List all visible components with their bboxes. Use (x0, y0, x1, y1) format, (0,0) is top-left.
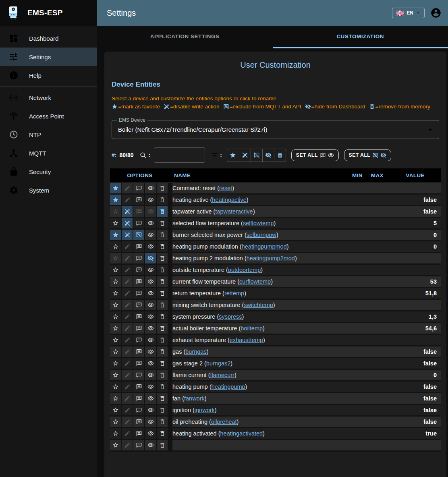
write-toggle[interactable] (122, 440, 133, 450)
entity-code-link[interactable]: heatingpump (212, 384, 245, 390)
favorite-toggle[interactable] (110, 230, 121, 240)
sidebar-item-ntp[interactable]: NTP (0, 125, 97, 144)
mqtt-toggle[interactable] (133, 335, 144, 345)
visibility-toggle[interactable] (145, 417, 156, 427)
delete-toggle[interactable] (157, 358, 168, 369)
delete-toggle[interactable] (157, 335, 168, 345)
delete-toggle[interactable] (157, 218, 168, 228)
search-input[interactable] (154, 147, 205, 163)
visibility-toggle[interactable] (145, 393, 156, 404)
favorite-toggle[interactable] (110, 288, 121, 299)
mqtt-toggle[interactable] (133, 405, 144, 415)
write-toggle[interactable] (122, 265, 133, 275)
write-toggle[interactable] (122, 405, 133, 415)
entity-name[interactable]: ignition (ignwork) (172, 405, 344, 415)
filter-mqtt-off-button[interactable] (251, 149, 262, 162)
account-icon[interactable] (430, 7, 442, 19)
entity-code-link[interactable]: syspress (219, 313, 242, 320)
visibility-toggle[interactable] (145, 253, 156, 263)
sidebar-item-help[interactable]: Help (0, 66, 97, 85)
entity-name[interactable]: mixing switch temperature (switchtemp) (172, 300, 344, 310)
write-toggle[interactable] (122, 241, 133, 252)
filter-favorite-button[interactable] (227, 149, 239, 162)
visibility-toggle[interactable] (145, 241, 156, 252)
favorite-toggle[interactable] (110, 323, 121, 334)
visibility-toggle[interactable] (145, 346, 156, 357)
visibility-toggle[interactable] (145, 276, 156, 287)
mqtt-toggle[interactable] (133, 195, 144, 205)
filter-write-off-button[interactable] (239, 149, 251, 162)
mqtt-toggle[interactable] (133, 253, 144, 263)
favorite-toggle[interactable] (110, 206, 121, 217)
entity-name[interactable]: system pressure (syspress) (172, 311, 344, 322)
write-toggle[interactable] (122, 311, 133, 322)
delete-toggle[interactable] (157, 206, 168, 217)
delete-toggle[interactable] (157, 428, 168, 439)
mqtt-toggle[interactable] (133, 288, 144, 299)
visibility-toggle[interactable] (145, 440, 156, 450)
visibility-toggle[interactable] (145, 265, 156, 275)
entity-code-link[interactable]: heatingactivated (220, 430, 263, 437)
mqtt-toggle[interactable] (133, 276, 144, 287)
mqtt-toggle[interactable] (133, 218, 144, 228)
delete-toggle[interactable] (157, 230, 168, 240)
filter-remove-button[interactable] (274, 149, 286, 162)
entity-code-link[interactable]: fanwork (184, 395, 205, 402)
entity-name[interactable]: heating pump (heatingpump) (172, 382, 344, 392)
favorite-toggle[interactable] (110, 276, 121, 287)
sidebar-item-security[interactable]: Security (0, 162, 97, 181)
visibility-toggle[interactable] (145, 288, 156, 299)
entity-name[interactable]: gas stage 2 (burngas2) (172, 358, 344, 369)
mqtt-toggle[interactable] (133, 440, 144, 450)
write-toggle[interactable] (122, 323, 133, 334)
mqtt-toggle[interactable] (133, 428, 144, 439)
write-toggle[interactable] (122, 382, 133, 392)
sidebar-item-system[interactable]: System (0, 181, 97, 199)
write-toggle[interactable] (122, 417, 133, 427)
write-toggle[interactable] (122, 346, 133, 357)
favorite-toggle[interactable] (110, 335, 121, 345)
entity-name[interactable]: current flow temperature (curflowtemp) (172, 276, 344, 287)
entity-name[interactable]: tapwater active (tapwateractive) (172, 206, 344, 217)
favorite-toggle[interactable] (110, 183, 121, 193)
write-toggle[interactable] (122, 393, 133, 404)
write-toggle[interactable] (122, 195, 133, 205)
write-toggle[interactable] (122, 253, 133, 263)
favorite-toggle[interactable] (110, 300, 121, 310)
delete-toggle[interactable] (157, 405, 168, 415)
entity-code-link[interactable]: selburnpow (247, 232, 276, 238)
entity-name[interactable]: heating pump 2 modulation (heatingpump2m… (172, 253, 344, 263)
delete-toggle[interactable] (157, 241, 168, 252)
favorite-toggle[interactable] (110, 428, 121, 439)
mqtt-toggle[interactable] (133, 311, 144, 322)
mqtt-toggle[interactable] (133, 230, 144, 240)
visibility-toggle[interactable] (145, 311, 156, 322)
entity-name[interactable]: Command: reset (reset) (172, 183, 344, 193)
set-all-show-button[interactable]: SET ALL (291, 149, 339, 161)
delete-toggle[interactable] (157, 183, 168, 193)
entity-code-link[interactable]: exhausttemp (230, 337, 263, 343)
favorite-toggle[interactable] (110, 218, 121, 228)
visibility-toggle[interactable] (145, 323, 156, 334)
visibility-toggle[interactable] (145, 358, 156, 369)
delete-toggle[interactable] (157, 195, 168, 205)
entity-code-link[interactable]: burngas (185, 348, 206, 355)
favorite-toggle[interactable] (110, 311, 121, 322)
entity-name[interactable]: burner selected max power (selburnpow) (172, 230, 344, 240)
visibility-toggle[interactable] (145, 335, 156, 345)
delete-toggle[interactable] (157, 253, 168, 263)
visibility-toggle[interactable] (145, 206, 156, 217)
visibility-toggle[interactable] (145, 382, 156, 392)
favorite-toggle[interactable] (110, 393, 121, 404)
delete-toggle[interactable] (157, 276, 168, 287)
sidebar-item-settings[interactable]: Settings (0, 48, 97, 66)
entity-code-link[interactable]: burngas2 (206, 360, 230, 367)
entity-code-link[interactable]: heatingpumpmod (242, 243, 287, 250)
mqtt-toggle[interactable] (133, 300, 144, 310)
visibility-toggle[interactable] (145, 218, 156, 228)
entity-name[interactable]: fan (fanwork) (172, 393, 344, 404)
sidebar-item-dashboard[interactable]: Dashboard (0, 29, 97, 48)
delete-toggle[interactable] (157, 417, 168, 427)
sidebar-item-mqtt[interactable]: MQTT (0, 144, 97, 162)
entity-code-link[interactable]: outdoortemp (228, 267, 261, 273)
